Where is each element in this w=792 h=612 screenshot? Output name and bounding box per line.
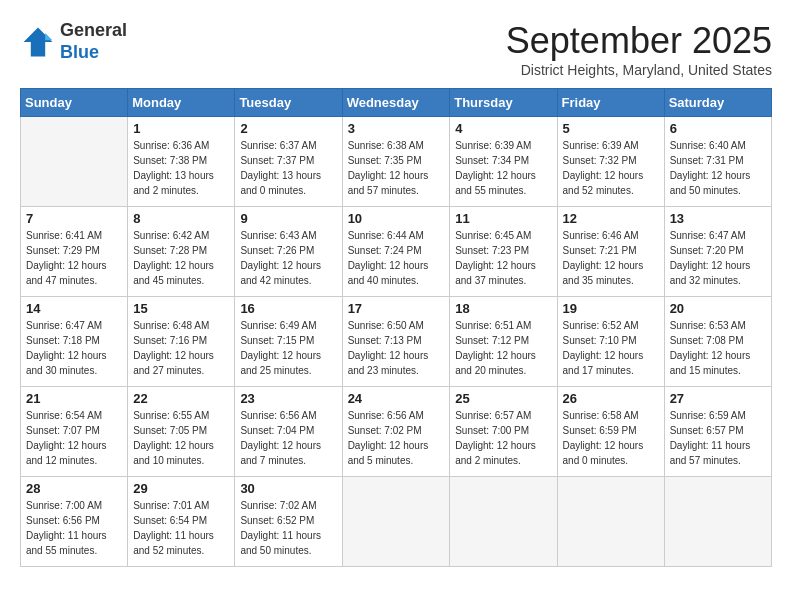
day-number: 26: [563, 391, 659, 406]
day-number: 30: [240, 481, 336, 496]
day-info-line: Daylight: 12 hours: [563, 350, 644, 361]
day-info-line: Sunset: 6:56 PM: [26, 515, 100, 526]
weekday-header: Wednesday: [342, 89, 450, 117]
day-info-line: Daylight: 12 hours: [26, 260, 107, 271]
day-cell: 13Sunrise: 6:47 AMSunset: 7:20 PMDayligh…: [664, 207, 771, 297]
day-info-line: Sunset: 7:07 PM: [26, 425, 100, 436]
week-row: 28Sunrise: 7:00 AMSunset: 6:56 PMDayligh…: [21, 477, 772, 567]
day-info-line: Daylight: 12 hours: [563, 260, 644, 271]
day-info-line: and 52 minutes.: [563, 185, 634, 196]
weekday-header: Monday: [128, 89, 235, 117]
day-cell: [557, 477, 664, 567]
day-info-line: Sunrise: 6:36 AM: [133, 140, 209, 151]
day-cell: [21, 117, 128, 207]
day-info-line: Sunset: 6:59 PM: [563, 425, 637, 436]
day-info-line: Sunrise: 6:44 AM: [348, 230, 424, 241]
day-number: 21: [26, 391, 122, 406]
day-cell: [342, 477, 450, 567]
day-cell: 4Sunrise: 6:39 AMSunset: 7:34 PMDaylight…: [450, 117, 557, 207]
day-cell: 3Sunrise: 6:38 AMSunset: 7:35 PMDaylight…: [342, 117, 450, 207]
day-info-line: Sunrise: 7:02 AM: [240, 500, 316, 511]
day-number: 5: [563, 121, 659, 136]
day-info-line: Sunrise: 6:39 AM: [563, 140, 639, 151]
day-info-line: and 35 minutes.: [563, 275, 634, 286]
day-info-line: and 45 minutes.: [133, 275, 204, 286]
day-number: 25: [455, 391, 551, 406]
day-cell: 28Sunrise: 7:00 AMSunset: 6:56 PMDayligh…: [21, 477, 128, 567]
day-info-line: Daylight: 11 hours: [670, 440, 751, 451]
day-cell: 24Sunrise: 6:56 AMSunset: 7:02 PMDayligh…: [342, 387, 450, 477]
day-info-line: Sunrise: 6:50 AM: [348, 320, 424, 331]
day-info-line: and 30 minutes.: [26, 365, 97, 376]
day-cell: 16Sunrise: 6:49 AMSunset: 7:15 PMDayligh…: [235, 297, 342, 387]
day-info-line: Sunrise: 6:49 AM: [240, 320, 316, 331]
day-info-line: Sunrise: 6:39 AM: [455, 140, 531, 151]
day-info-line: Daylight: 11 hours: [133, 530, 214, 541]
day-info-line: Sunrise: 7:00 AM: [26, 500, 102, 511]
day-cell: 18Sunrise: 6:51 AMSunset: 7:12 PMDayligh…: [450, 297, 557, 387]
day-info-line: and 5 minutes.: [348, 455, 414, 466]
logo-text: General Blue: [60, 20, 127, 63]
day-info-line: and 0 minutes.: [240, 185, 306, 196]
day-info-line: Sunset: 7:13 PM: [348, 335, 422, 346]
weekday-header: Tuesday: [235, 89, 342, 117]
day-info-line: Sunrise: 7:01 AM: [133, 500, 209, 511]
day-info-line: Sunset: 7:38 PM: [133, 155, 207, 166]
weekday-header: Saturday: [664, 89, 771, 117]
day-info-line: Sunrise: 6:41 AM: [26, 230, 102, 241]
day-info-line: Sunset: 7:26 PM: [240, 245, 314, 256]
day-info-line: Sunset: 7:05 PM: [133, 425, 207, 436]
day-cell: 27Sunrise: 6:59 AMSunset: 6:57 PMDayligh…: [664, 387, 771, 477]
day-cell: 29Sunrise: 7:01 AMSunset: 6:54 PMDayligh…: [128, 477, 235, 567]
day-info-line: Sunrise: 6:46 AM: [563, 230, 639, 241]
day-info-line: Sunrise: 6:55 AM: [133, 410, 209, 421]
day-info-line: Sunset: 7:31 PM: [670, 155, 744, 166]
day-cell: 9Sunrise: 6:43 AMSunset: 7:26 PMDaylight…: [235, 207, 342, 297]
day-info-line: and 57 minutes.: [670, 455, 741, 466]
day-info-line: and 7 minutes.: [240, 455, 306, 466]
day-info-line: and 27 minutes.: [133, 365, 204, 376]
day-number: 3: [348, 121, 445, 136]
day-cell: 21Sunrise: 6:54 AMSunset: 7:07 PMDayligh…: [21, 387, 128, 477]
day-number: 28: [26, 481, 122, 496]
day-info-line: Daylight: 12 hours: [563, 440, 644, 451]
day-info-line: and 12 minutes.: [26, 455, 97, 466]
day-info-line: Daylight: 12 hours: [348, 260, 429, 271]
day-cell: 1Sunrise: 6:36 AMSunset: 7:38 PMDaylight…: [128, 117, 235, 207]
day-info-line: and 42 minutes.: [240, 275, 311, 286]
day-info-line: Sunset: 7:00 PM: [455, 425, 529, 436]
day-cell: 7Sunrise: 6:41 AMSunset: 7:29 PMDaylight…: [21, 207, 128, 297]
day-cell: 17Sunrise: 6:50 AMSunset: 7:13 PMDayligh…: [342, 297, 450, 387]
day-number: 19: [563, 301, 659, 316]
week-row: 14Sunrise: 6:47 AMSunset: 7:18 PMDayligh…: [21, 297, 772, 387]
day-info-line: Sunrise: 6:38 AM: [348, 140, 424, 151]
day-info-line: Daylight: 12 hours: [455, 170, 536, 181]
day-number: 4: [455, 121, 551, 136]
day-info-line: Sunrise: 6:52 AM: [563, 320, 639, 331]
day-info-line: Sunset: 7:28 PM: [133, 245, 207, 256]
day-info-line: and 2 minutes.: [455, 455, 521, 466]
day-info-line: and 50 minutes.: [670, 185, 741, 196]
title-block: September 2025 District Heights, Marylan…: [506, 20, 772, 78]
weekday-header: Sunday: [21, 89, 128, 117]
day-info-line: Sunrise: 6:57 AM: [455, 410, 531, 421]
day-number: 9: [240, 211, 336, 226]
day-info-line: Sunrise: 6:58 AM: [563, 410, 639, 421]
day-cell: 30Sunrise: 7:02 AMSunset: 6:52 PMDayligh…: [235, 477, 342, 567]
day-number: 29: [133, 481, 229, 496]
day-info-line: Daylight: 12 hours: [348, 440, 429, 451]
day-info-line: Sunrise: 6:47 AM: [670, 230, 746, 241]
day-number: 23: [240, 391, 336, 406]
day-cell: 20Sunrise: 6:53 AMSunset: 7:08 PMDayligh…: [664, 297, 771, 387]
logo-blue: Blue: [60, 42, 99, 62]
day-info-line: Sunrise: 6:47 AM: [26, 320, 102, 331]
day-number: 15: [133, 301, 229, 316]
day-cell: 23Sunrise: 6:56 AMSunset: 7:04 PMDayligh…: [235, 387, 342, 477]
day-info-line: Sunrise: 6:59 AM: [670, 410, 746, 421]
day-cell: 6Sunrise: 6:40 AMSunset: 7:31 PMDaylight…: [664, 117, 771, 207]
logo-icon: [20, 24, 56, 60]
day-info-line: and 40 minutes.: [348, 275, 419, 286]
day-info-line: and 57 minutes.: [348, 185, 419, 196]
week-row: 21Sunrise: 6:54 AMSunset: 7:07 PMDayligh…: [21, 387, 772, 477]
day-info-line: Sunset: 7:18 PM: [26, 335, 100, 346]
